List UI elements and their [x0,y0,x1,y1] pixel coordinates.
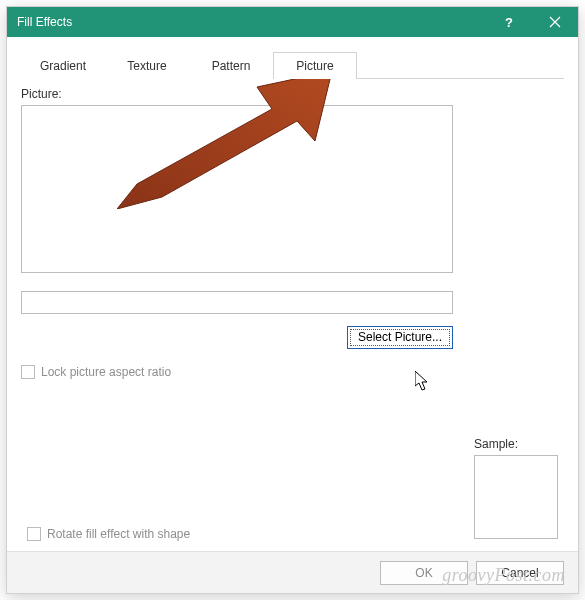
dialog-footer: OK Cancel [7,551,578,593]
close-button[interactable] [532,7,578,37]
help-button[interactable]: ? [486,7,532,37]
tab-label: Picture [296,59,333,73]
lock-aspect-row: Lock picture aspect ratio [21,365,564,379]
rotate-checkbox[interactable] [27,527,41,541]
rotate-row: Rotate fill effect with shape [27,527,190,541]
tab-label: Texture [127,59,166,73]
titlebar: Fill Effects ? [7,7,578,37]
picture-preview [21,105,453,273]
sample-preview [474,455,558,539]
lock-aspect-label: Lock picture aspect ratio [41,365,171,379]
sample-label: Sample: [474,437,558,451]
picture-filename-box [21,291,453,314]
tab-pattern[interactable]: Pattern [189,52,273,79]
tab-label: Pattern [212,59,251,73]
ok-button[interactable]: OK [380,561,468,585]
sample-area: Sample: [474,437,558,539]
dialog-window: Fill Effects ? Gradient Texture Pattern … [6,6,579,594]
tab-gradient[interactable]: Gradient [21,52,105,79]
picture-section-label: Picture: [21,87,564,101]
rotate-label: Rotate fill effect with shape [47,527,190,541]
window-title: Fill Effects [7,15,486,29]
lock-aspect-checkbox[interactable] [21,365,35,379]
tab-texture[interactable]: Texture [105,52,189,79]
select-picture-button[interactable]: Select Picture... [347,326,453,349]
cancel-button[interactable]: Cancel [476,561,564,585]
tab-label: Gradient [40,59,86,73]
tab-picture[interactable]: Picture [273,52,357,79]
dialog-content: Gradient Texture Pattern Picture Picture… [7,37,578,389]
tab-bar: Gradient Texture Pattern Picture [21,51,564,79]
close-icon [549,16,561,28]
